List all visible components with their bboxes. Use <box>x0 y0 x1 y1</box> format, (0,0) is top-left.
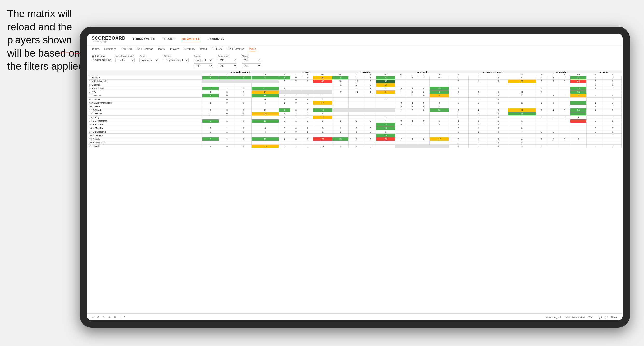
matrix-container[interactable]: 2. M Kelly Mulcahy 6. A Dy 11. G Woods 2… <box>87 70 622 314</box>
cell <box>290 105 302 108</box>
max-players-select[interactable]: Top 25 <box>115 58 135 62</box>
redo-button[interactable]: ↺ <box>97 316 99 319</box>
cell <box>536 105 548 108</box>
cell: 3 <box>604 145 621 148</box>
table-row: 18. J Hodgson 11 <box>88 134 622 137</box>
subnav-summary2[interactable]: Summary <box>184 47 195 51</box>
compact-view-radio[interactable]: Compact View <box>92 59 110 61</box>
full-view-radio[interactable]: Full View <box>92 55 110 58</box>
cell: 1 <box>449 108 468 112</box>
cell <box>418 112 430 116</box>
watch-button[interactable]: Watch <box>588 316 595 319</box>
refresh-button[interactable]: ⟳ <box>103 316 105 319</box>
cell <box>548 87 559 90</box>
cell: 1 <box>508 119 536 123</box>
settings-button[interactable]: ⚙ <box>114 316 116 319</box>
cell: 13 <box>332 137 348 141</box>
undo-button[interactable]: ↩ <box>92 316 94 319</box>
cell <box>548 123 559 127</box>
cell: 2 <box>395 137 407 141</box>
players-sub-select[interactable]: (All) <box>242 63 261 68</box>
cell: 19 <box>252 137 279 141</box>
cell: -16 <box>252 112 279 116</box>
cell <box>332 108 348 112</box>
row-label: 12. A Bianchi <box>88 112 202 116</box>
cell: 13 <box>570 90 586 94</box>
cell: 1 <box>604 83 621 87</box>
cell: 1 <box>407 87 418 90</box>
table-row: 15. H Stranda 11 <box>88 123 622 127</box>
cell <box>365 141 376 145</box>
subnav-players[interactable]: Players <box>170 47 179 51</box>
cell <box>332 112 348 116</box>
cell <box>365 108 376 112</box>
cell: 4 <box>586 108 604 112</box>
subnav-summary[interactable]: Summary <box>104 47 116 51</box>
cell: 3 <box>202 119 219 123</box>
nav-rankings[interactable]: RANKINGS <box>208 36 224 42</box>
region-select[interactable]: East - DII <box>194 58 213 62</box>
fullscreen-button[interactable]: ⛶ <box>605 316 608 319</box>
cell <box>376 112 395 116</box>
cell: 2 <box>290 94 302 98</box>
table-row: 17. D Ballesteros 3 1 0 6 2 0 1 1 1 1 0 <box>88 130 622 134</box>
cell <box>407 83 418 87</box>
cell: 0 <box>586 134 604 137</box>
cell: 0 <box>430 90 449 94</box>
cell: 24 <box>570 94 586 98</box>
timer-button[interactable]: ⏱ <box>124 316 126 319</box>
cell: 14 <box>313 145 332 148</box>
row-label: 2. M Kelly Mulcahy <box>88 80 202 83</box>
region-sub-select[interactable]: (All) <box>194 63 213 68</box>
cell <box>536 141 548 145</box>
cell: 1 <box>202 108 219 112</box>
cell <box>488 105 508 108</box>
cell <box>449 134 468 137</box>
cell <box>279 83 290 87</box>
subnav-matrix2[interactable]: Matrix <box>249 46 256 51</box>
division-select[interactable]: NCAA Division II <box>164 58 189 62</box>
cell: 0 <box>418 94 430 98</box>
conference-sub-select[interactable]: (All) <box>218 63 237 68</box>
subnav-h2h-grid2[interactable]: H2H Grid <box>212 47 223 51</box>
view-original-button[interactable]: View: Original <box>546 316 561 319</box>
cell <box>430 130 449 134</box>
nav-teams[interactable]: TEAMS <box>164 36 175 42</box>
cell: 0 <box>488 137 508 141</box>
cell <box>348 123 364 127</box>
conference-select[interactable]: (All) <box>218 58 237 62</box>
subnav-h2h-grid[interactable]: H2H Grid <box>120 47 132 51</box>
subh-3-l: L <box>348 73 364 76</box>
share-button[interactable]: Share <box>611 316 618 319</box>
subnav-matrix[interactable]: Matrix <box>158 47 165 51</box>
cell: 6 <box>548 80 559 83</box>
save-custom-button[interactable]: Save Custom View <box>564 316 585 319</box>
nav-committee[interactable]: COMMITTEE <box>182 36 200 42</box>
cell: 2 <box>586 94 604 98</box>
cell <box>219 141 235 145</box>
subnav-h2h-heatmap2[interactable]: H2H Heatmap <box>228 47 244 51</box>
cell: 0 <box>365 127 376 130</box>
cell: 1 <box>604 119 621 123</box>
subh-1-w: W <box>202 73 219 76</box>
cell: 0 <box>279 119 290 123</box>
cell: 50 <box>376 76 395 80</box>
subnav-h2h-heatmap[interactable]: H2H Heatmap <box>136 47 153 51</box>
cell <box>407 80 418 83</box>
cell: 1 <box>468 127 488 130</box>
main-content[interactable]: 2. M Kelly Mulcahy 6. A Dy 11. G Woods 2… <box>87 70 622 314</box>
cell: 4 <box>279 137 290 141</box>
cell <box>290 134 302 137</box>
chat-button[interactable]: 💬 <box>599 316 602 319</box>
cell <box>430 112 449 116</box>
subnav-teams[interactable]: Teams <box>92 47 100 51</box>
subnav-detail[interactable]: Detail <box>200 47 207 51</box>
nav-tournaments[interactable]: TOURNAMENTS <box>133 36 156 42</box>
cell: 1 <box>468 76 488 80</box>
cell <box>508 87 536 90</box>
players-select[interactable]: (All) <box>242 58 261 62</box>
gender-select[interactable]: Women's <box>140 58 159 62</box>
cell <box>365 94 376 98</box>
cell: 4 <box>407 90 418 94</box>
zoom-button[interactable]: ⊕ <box>108 316 110 319</box>
